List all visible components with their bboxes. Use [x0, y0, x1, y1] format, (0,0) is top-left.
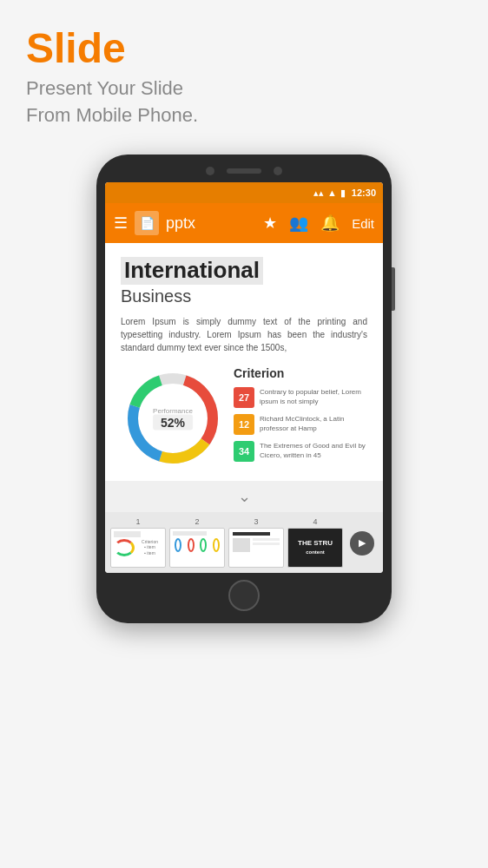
criterion-item-3: 34 The Extremes of Good and Evil by Cice… — [234, 441, 367, 462]
file-name: pptx — [166, 214, 256, 233]
thumb-img-3 — [228, 528, 284, 568]
criterion-badge-1: 27 — [234, 387, 254, 408]
chart-criterion-row: Performance 52% Criterion 27 Contrary to… — [121, 366, 367, 470]
wifi-icon: ▴▴ — [313, 187, 324, 199]
criterion-item-2: 12 Richard McClintock, a Latin professor… — [234, 414, 367, 435]
thumb-img-1: Criterion▪ item▪ item — [110, 528, 166, 568]
phone-screen: ▴▴ ▲ ▮ 12:30 ☰ 📄 pptx ★ 👥 🔔 Edit — [105, 182, 383, 572]
edit-button[interactable]: Edit — [352, 216, 374, 231]
slide-body-text: Lorem Ipsum is simply dummy text of the … — [121, 315, 367, 354]
contacts-icon[interactable]: 👥 — [289, 214, 308, 233]
criterion-title: Criterion — [234, 366, 367, 380]
phone-camera-right — [274, 167, 282, 175]
status-time: 12:30 — [352, 187, 376, 198]
criterion-badge-3: 34 — [234, 441, 254, 462]
criterion-text-1: Contrary to popular belief, Lorem ipsum … — [260, 387, 367, 406]
play-button[interactable]: ▶ — [350, 531, 374, 556]
app-title: Slide — [26, 26, 462, 72]
criterion-text-3: The Extremes of Good and Evil by Cicero,… — [260, 441, 367, 460]
thumbnail-3[interactable]: 3 — [228, 517, 284, 568]
donut-chart: Performance 52% — [121, 366, 225, 470]
status-icons: ▴▴ ▲ ▮ — [313, 187, 346, 199]
slide-content: International Business Lorem Ipsum is si… — [105, 243, 383, 480]
phone-mockup: ▴▴ ▲ ▮ 12:30 ☰ 📄 pptx ★ 👥 🔔 Edit — [0, 155, 488, 622]
phone-top-bar — [105, 167, 383, 175]
page-header: Slide Present Your Slide From Mobile Pho… — [0, 0, 488, 137]
thumbnails-row: 1 Criterion▪ item▪ item 2 — [105, 512, 383, 573]
toolbar-actions: ★ 👥 🔔 Edit — [263, 214, 374, 233]
signal-icon: ▲ — [327, 187, 337, 198]
phone-speaker — [227, 168, 261, 174]
menu-icon[interactable]: ☰ — [114, 214, 128, 233]
slide-title-bold: International — [121, 257, 263, 284]
thumbnail-1[interactable]: 1 Criterion▪ item▪ item — [110, 517, 166, 568]
bell-icon[interactable]: 🔔 — [320, 214, 340, 233]
criterion-text-2: Richard McClintock, a Latin professor at… — [260, 414, 367, 433]
phone-body: ▴▴ ▲ ▮ 12:30 ☰ 📄 pptx ★ 👥 🔔 Edit — [96, 155, 392, 622]
criterion-panel: Criterion 27 Contrary to popular belief,… — [234, 366, 367, 468]
thumb-img-4: THE STRUcontent — [287, 528, 343, 568]
app-toolbar: ☰ 📄 pptx ★ 👥 🔔 Edit — [105, 203, 383, 243]
donut-percent: 52% — [153, 414, 193, 430]
donut-label: Performance — [153, 406, 193, 414]
slide-title-block: International Business — [121, 257, 367, 306]
slide-subtitle: Business — [121, 286, 367, 306]
chevron-area[interactable]: ⌄ — [105, 481, 383, 512]
thumbnail-4[interactable]: 4 THE STRUcontent — [287, 517, 343, 568]
status-bar: ▴▴ ▲ ▮ 12:30 — [105, 182, 383, 203]
star-icon[interactable]: ★ — [263, 214, 277, 233]
thumbnail-2[interactable]: 2 — [169, 517, 225, 568]
thumb-img-2 — [169, 528, 225, 568]
chevron-down-icon: ⌄ — [238, 487, 251, 506]
phone-camera — [206, 167, 214, 175]
criterion-item-1: 27 Contrary to popular belief, Lorem ips… — [234, 387, 367, 408]
phone-bottom-bar — [105, 580, 383, 611]
donut-center: Performance 52% — [153, 406, 193, 430]
file-icon: 📄 — [135, 211, 159, 235]
app-subtitle: Present Your Slide From Mobile Phone. — [26, 76, 462, 129]
battery-icon: ▮ — [340, 187, 346, 199]
phone-home-button[interactable] — [228, 580, 260, 611]
slide-main-title: International — [121, 257, 367, 284]
phone-side-button — [392, 267, 395, 311]
criterion-badge-2: 12 — [234, 414, 254, 435]
